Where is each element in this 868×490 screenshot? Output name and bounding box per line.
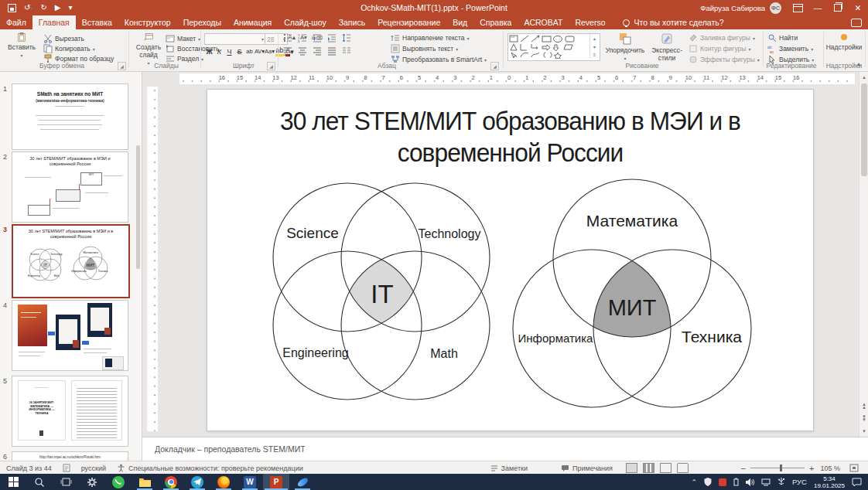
- clipboard-dialog-launcher[interactable]: ◢: [118, 62, 126, 70]
- task-view-icon[interactable]: [53, 474, 79, 490]
- thumbnail-scrollbar[interactable]: [136, 145, 140, 269]
- paste-button[interactable]: Вставить ▾: [6, 32, 37, 58]
- thumbnail-slide-2[interactable]: 30 лет STEM/МИТ образование в МЭИ и совр…: [12, 151, 128, 223]
- tray-red-app-icon[interactable]: [719, 478, 726, 486]
- ribbon-display-options-icon[interactable]: [788, 0, 808, 15]
- shapes-gallery-more[interactable]: ▴▾≡: [589, 34, 599, 59]
- fit-to-window-icon[interactable]: [849, 464, 859, 472]
- tab-insert[interactable]: Вставка: [76, 15, 118, 29]
- tab-home[interactable]: Главная: [32, 15, 76, 29]
- addins-button[interactable]: Надстройки: [825, 32, 863, 51]
- tell-me-search[interactable]: Что вы хотите сделать?: [623, 15, 724, 29]
- thumbnail-slide-6[interactable]: http://twt.mpei.ac.ru/ochkov/Potoki.htm: [12, 451, 128, 461]
- strikethrough-button[interactable]: S: [234, 46, 244, 56]
- comments-toggle[interactable]: Примечания: [561, 464, 613, 472]
- tray-defender-icon[interactable]: [704, 478, 712, 486]
- redo-icon[interactable]: ↻: [40, 4, 46, 12]
- action-center-icon[interactable]: [852, 478, 862, 487]
- increase-indent-icon[interactable]: [327, 33, 337, 43]
- italic-button[interactable]: К: [214, 46, 224, 56]
- start-slideshow-icon[interactable]: ▶: [55, 4, 61, 12]
- align-center-icon[interactable]: [298, 46, 307, 56]
- new-slide-button[interactable]: Создать слайд ▾: [133, 32, 164, 66]
- tray-expand-icon[interactable]: ⌃: [691, 478, 697, 486]
- slide-canvas[interactable]: 30 лет STEM/МИТ образованию в МЭИ и в со…: [207, 89, 814, 431]
- powerpoint-icon[interactable]: P: [263, 474, 289, 490]
- numbering-icon[interactable]: 123: [298, 33, 307, 43]
- tray-clock[interactable]: 5:34 19.01.2025: [814, 475, 845, 489]
- tray-battery-icon[interactable]: [733, 478, 739, 486]
- font-dialog-launcher[interactable]: ◢: [267, 62, 275, 70]
- scroll-up-icon[interactable]: ▲: [859, 72, 868, 82]
- text-direction-button[interactable]: Направление текста▾: [391, 33, 470, 43]
- tab-view[interactable]: Вид: [446, 15, 473, 29]
- slideshow-view-button[interactable]: [677, 463, 689, 473]
- scroll-down-icon[interactable]: ▼: [859, 426, 868, 436]
- zoom-in-icon[interactable]: +: [809, 464, 814, 473]
- notes-toggle[interactable]: Заметки: [490, 464, 528, 472]
- close-button[interactable]: ✕: [848, 0, 868, 15]
- cut-button[interactable]: Вырезать: [43, 34, 84, 43]
- character-spacing-button[interactable]: AV▾: [255, 46, 265, 56]
- shape-fill-button[interactable]: Заливка фигуры▾: [689, 33, 755, 43]
- reading-view-button[interactable]: [660, 463, 672, 473]
- change-case-button[interactable]: Aa▾: [265, 46, 275, 56]
- thumbnail-slide-3-selected[interactable]: 30 лет STEM/МИТ образованию в МЭИ и в со…: [12, 224, 130, 298]
- accessibility-icon[interactable]: [117, 464, 125, 472]
- firefox-icon[interactable]: [210, 474, 237, 490]
- zoom-slider[interactable]: [750, 468, 805, 468]
- minimize-button[interactable]: —: [808, 0, 828, 15]
- align-left-icon[interactable]: [283, 46, 292, 56]
- shapes-gallery[interactable]: ▴▾≡: [507, 33, 600, 61]
- tab-slideshow[interactable]: Слайд-шоу: [278, 15, 332, 29]
- language-status[interactable]: русский: [81, 464, 106, 472]
- thumbnail-slide-1[interactable]: SMath на занятиях по МИТ (математика-инф…: [12, 83, 128, 150]
- replace-button[interactable]: abac Заменить▾: [767, 44, 813, 53]
- tab-reverso[interactable]: Reverso: [569, 15, 611, 29]
- quick-styles-button[interactable]: Экспресс-стили: [648, 32, 685, 62]
- tab-file[interactable]: Файл: [0, 15, 32, 29]
- whatsapp-icon[interactable]: [105, 474, 132, 490]
- start-button[interactable]: [0, 474, 26, 490]
- font-name-combobox[interactable]: ▾: [204, 33, 266, 45]
- slide-sorter-view-button[interactable]: [643, 463, 654, 473]
- paragraph-dialog-launcher[interactable]: ◢: [490, 62, 499, 70]
- bullets-icon[interactable]: [283, 33, 292, 43]
- save-icon[interactable]: [8, 4, 16, 12]
- bold-button[interactable]: Ж: [204, 46, 214, 56]
- notes-pane[interactable]: Докладчик – преподаватель STEM/МИТ: [142, 437, 868, 461]
- settings-icon[interactable]: [79, 474, 105, 490]
- columns-icon[interactable]: [342, 46, 351, 56]
- tray-usb-icon[interactable]: [777, 478, 785, 486]
- align-text-button[interactable]: Выровнять текст▾: [391, 44, 458, 53]
- user-name[interactable]: Файруза Сабирова: [700, 4, 765, 12]
- tab-transitions[interactable]: Переходы: [177, 15, 227, 29]
- tab-record[interactable]: Запись: [333, 15, 371, 29]
- telegram-icon[interactable]: [184, 474, 210, 490]
- thumbnail-slide-5[interactable]: 16 ЗАНЯТИЙ МИТ: МАТЕМАТИКА — ИНФОРМАТИКА…: [12, 376, 128, 447]
- chrome-icon[interactable]: [158, 474, 184, 490]
- align-right-icon[interactable]: [313, 46, 322, 56]
- spellcheck-icon[interactable]: [63, 464, 70, 472]
- zoom-out-icon[interactable]: −: [741, 464, 746, 473]
- comments-panel-icon[interactable]: [851, 19, 862, 27]
- tray-language[interactable]: РУС: [792, 478, 807, 486]
- restore-button[interactable]: [828, 0, 848, 15]
- tab-animations[interactable]: Анимация: [227, 15, 278, 29]
- undo-icon[interactable]: ↺▾: [24, 4, 32, 12]
- copy-button[interactable]: Копировать▾: [43, 44, 95, 53]
- tab-help[interactable]: Справка: [473, 15, 518, 29]
- justify-icon[interactable]: [327, 46, 337, 56]
- layout-button[interactable]: Макет▾: [166, 34, 200, 43]
- blue-app-icon[interactable]: [289, 474, 316, 490]
- main-scrollbar[interactable]: ▲ ▲▲ ▼▼ ▼: [859, 72, 868, 437]
- scrollbar-thumb[interactable]: [861, 83, 867, 176]
- arrange-button[interactable]: Упорядочить▾: [603, 32, 647, 61]
- tray-volume-icon[interactable]: [746, 478, 754, 486]
- customize-qat-icon[interactable]: ▾: [69, 4, 73, 12]
- word-icon[interactable]: W: [237, 474, 263, 490]
- find-button[interactable]: Найти: [767, 33, 798, 43]
- shape-effects-button[interactable]: Эффекты фигуры▾: [689, 55, 760, 64]
- underline-button[interactable]: Ч: [224, 46, 234, 56]
- text-shadow-button[interactable]: ab: [244, 46, 255, 56]
